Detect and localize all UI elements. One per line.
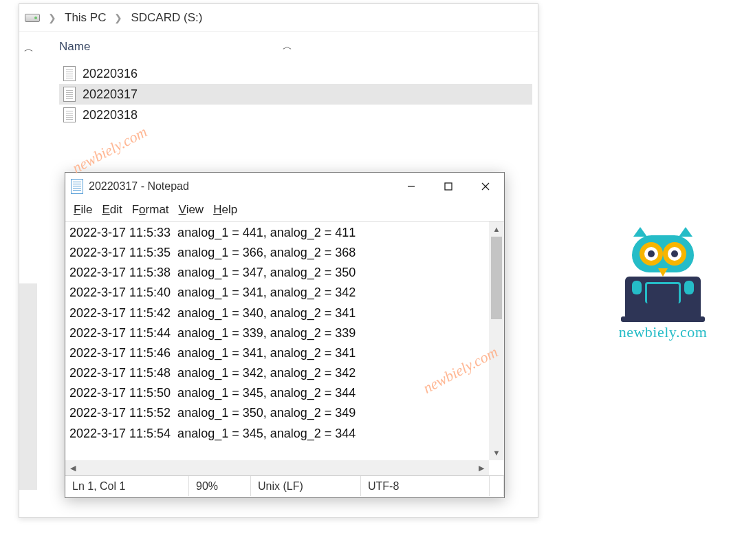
file-row[interactable]: 20220316 xyxy=(59,63,532,84)
text-area[interactable]: 2022-3-17 11:5:33 analog_1 = 441, analog… xyxy=(65,222,489,460)
breadcrumb-drive[interactable]: SDCARD (S:) xyxy=(131,11,202,25)
file-icon xyxy=(63,66,76,81)
scroll-down-icon[interactable]: ▼ xyxy=(489,445,504,460)
scroll-left-icon[interactable]: ◀ xyxy=(65,460,80,475)
chevron-up-icon[interactable]: ︿ xyxy=(283,41,292,53)
menu-bar: File Edit Format View Help xyxy=(65,200,504,221)
menu-format[interactable]: Format xyxy=(132,203,169,217)
close-button[interactable] xyxy=(467,174,504,199)
site-logo: newbiely.com xyxy=(604,227,721,341)
status-zoom: 90% xyxy=(189,476,251,496)
breadcrumb-pc[interactable]: This PC xyxy=(65,11,106,25)
menu-view[interactable]: View xyxy=(179,203,204,217)
title-bar[interactable]: 20220317 - Notepad xyxy=(65,173,504,200)
file-icon xyxy=(63,87,76,102)
menu-help[interactable]: Help xyxy=(213,203,237,217)
menu-file[interactable]: File xyxy=(74,203,92,217)
minimize-button[interactable] xyxy=(393,174,430,199)
file-row[interactable]: 20220318 xyxy=(59,105,532,125)
file-name: 20220317 xyxy=(83,87,138,102)
chevron-up-icon[interactable]: ︿ xyxy=(24,43,34,55)
maximize-button[interactable] xyxy=(430,174,467,199)
scroll-up-icon[interactable]: ▲ xyxy=(489,222,504,237)
file-name: 20220318 xyxy=(83,108,138,122)
file-icon xyxy=(63,107,76,122)
scroll-thumb[interactable] xyxy=(491,237,502,319)
file-row[interactable]: 20220317 xyxy=(59,84,532,105)
status-encoding: UTF-8 xyxy=(361,476,490,496)
scrollbar[interactable] xyxy=(19,283,37,490)
notepad-icon xyxy=(71,179,83,194)
menu-edit[interactable]: Edit xyxy=(102,203,122,217)
resize-grip-icon[interactable] xyxy=(490,476,504,496)
status-bar: Ln 1, Col 1 90% Unix (LF) UTF-8 xyxy=(65,475,504,496)
horizontal-scrollbar[interactable]: ◀ ▶ xyxy=(65,460,489,475)
breadcrumb[interactable]: ❯ This PC ❯ SDCARD (S:) xyxy=(19,4,538,32)
logo-text: newbiely.com xyxy=(604,323,721,341)
column-header-name[interactable]: Name xyxy=(59,40,90,54)
vertical-scrollbar[interactable]: ▲ ▼ xyxy=(489,222,504,460)
status-position: Ln 1, Col 1 xyxy=(65,476,189,496)
status-eol: Unix (LF) xyxy=(251,476,361,496)
chevron-icon: ❯ xyxy=(48,12,56,23)
file-name: 20220316 xyxy=(83,67,138,81)
scroll-right-icon[interactable]: ▶ xyxy=(474,460,489,475)
notepad-window: 20220317 - Notepad File Edit Format View… xyxy=(65,172,505,498)
window-title: 20220317 - Notepad xyxy=(89,180,189,193)
chevron-icon: ❯ xyxy=(114,12,122,23)
drive-icon xyxy=(25,14,40,22)
svg-rect-1 xyxy=(445,183,452,190)
